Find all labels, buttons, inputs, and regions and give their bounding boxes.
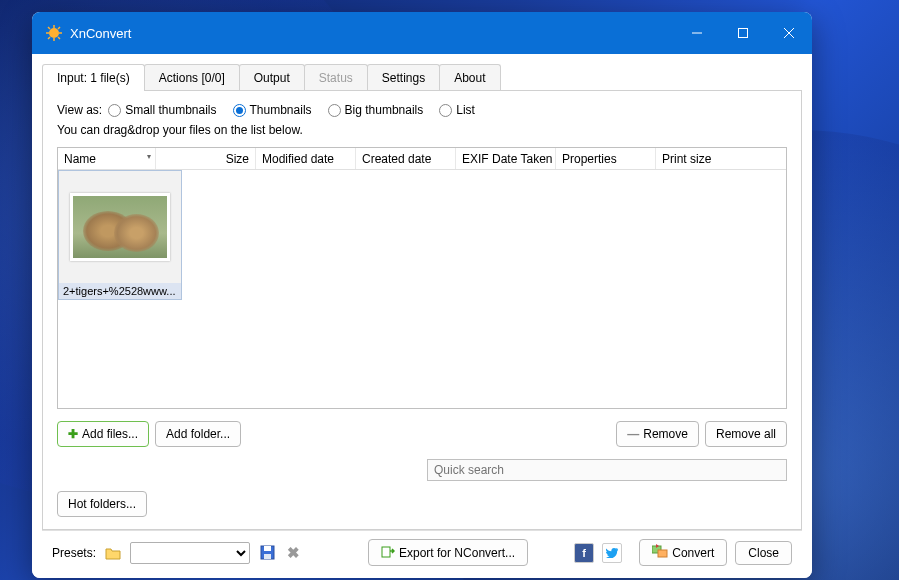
- view-as-row: View as: Small thumbnails Thumbnails Big…: [57, 103, 787, 117]
- col-created[interactable]: Created date: [356, 148, 456, 169]
- bottom-bar: Presets: ✖ Export for NConvert... f: [42, 530, 802, 574]
- hot-folders-button[interactable]: Hot folders...: [57, 491, 147, 517]
- thumbnail-caption: 2+tigers+%2528www...: [59, 283, 181, 299]
- svg-rect-16: [382, 547, 390, 557]
- close-window-button[interactable]: [766, 12, 812, 54]
- twitter-icon[interactable]: [602, 543, 622, 563]
- col-modified[interactable]: Modified date: [256, 148, 356, 169]
- tab-body: View as: Small thumbnails Thumbnails Big…: [42, 90, 802, 530]
- add-files-button[interactable]: ✚ Add files...: [57, 421, 149, 447]
- app-window: XnConvert Input: 1 file(s) Actions [0/0]…: [32, 12, 812, 578]
- file-thumbnail[interactable]: 2+tigers+%2528www...: [58, 170, 182, 300]
- convert-icon: [652, 544, 668, 561]
- preset-select[interactable]: [130, 542, 250, 564]
- svg-rect-18: [658, 550, 667, 557]
- search-row: [57, 459, 787, 481]
- col-exif[interactable]: EXIF Date Taken: [456, 148, 556, 169]
- drag-drop-hint: You can drag&drop your files on the list…: [57, 123, 787, 137]
- minus-icon: —: [627, 427, 639, 441]
- svg-line-6: [58, 37, 60, 39]
- tab-actions[interactable]: Actions [0/0]: [144, 64, 240, 91]
- radio-list[interactable]: List: [439, 103, 475, 117]
- sort-chevron-icon: ▾: [147, 152, 151, 161]
- column-headers: Name▾ Size Modified date Created date EX…: [58, 148, 786, 170]
- add-folder-button[interactable]: Add folder...: [155, 421, 241, 447]
- svg-rect-14: [264, 546, 271, 551]
- view-as-label: View as:: [57, 103, 102, 117]
- delete-preset-icon[interactable]: ✖: [284, 544, 302, 562]
- svg-line-5: [48, 27, 50, 29]
- facebook-icon[interactable]: f: [574, 543, 594, 563]
- presets-label: Presets:: [52, 546, 96, 560]
- svg-rect-10: [739, 29, 748, 38]
- open-preset-icon[interactable]: [104, 544, 122, 562]
- svg-line-8: [58, 27, 60, 29]
- file-buttons-row: ✚ Add files... Add folder... — Remove Re…: [57, 421, 787, 447]
- radio-thumbnails[interactable]: Thumbnails: [233, 103, 312, 117]
- minimize-button[interactable]: [674, 12, 720, 54]
- col-size[interactable]: Size: [156, 148, 256, 169]
- tab-bar: Input: 1 file(s) Actions [0/0] Output St…: [42, 64, 802, 91]
- maximize-button[interactable]: [720, 12, 766, 54]
- tab-status[interactable]: Status: [304, 64, 368, 91]
- svg-line-7: [48, 37, 50, 39]
- plus-icon: ✚: [68, 427, 78, 441]
- save-preset-icon[interactable]: [258, 544, 276, 562]
- app-icon: [46, 25, 62, 41]
- file-list[interactable]: Name▾ Size Modified date Created date EX…: [57, 147, 787, 409]
- tab-about[interactable]: About: [439, 64, 500, 91]
- col-properties[interactable]: Properties: [556, 148, 656, 169]
- search-input[interactable]: [427, 459, 787, 481]
- thumbnail-frame: [59, 171, 181, 283]
- radio-big-thumbnails[interactable]: Big thumbnails: [328, 103, 424, 117]
- col-name[interactable]: Name▾: [58, 148, 156, 169]
- svg-rect-15: [264, 554, 271, 559]
- tab-input[interactable]: Input: 1 file(s): [42, 64, 145, 91]
- thumbnail-image: [70, 193, 170, 261]
- convert-button[interactable]: Convert: [639, 539, 727, 566]
- content-area: Input: 1 file(s) Actions [0/0] Output St…: [32, 54, 812, 578]
- export-icon: [381, 544, 395, 561]
- radio-small-thumbnails[interactable]: Small thumbnails: [108, 103, 216, 117]
- col-printsize[interactable]: Print size: [656, 148, 786, 169]
- svg-point-0: [49, 28, 59, 38]
- remove-all-button[interactable]: Remove all: [705, 421, 787, 447]
- export-nconvert-button[interactable]: Export for NConvert...: [368, 539, 528, 566]
- thumbnail-zone[interactable]: 2+tigers+%2528www...: [58, 170, 786, 408]
- tab-output[interactable]: Output: [239, 64, 305, 91]
- remove-button[interactable]: — Remove: [616, 421, 699, 447]
- titlebar[interactable]: XnConvert: [32, 12, 812, 54]
- window-title: XnConvert: [70, 26, 131, 41]
- tab-settings[interactable]: Settings: [367, 64, 440, 91]
- close-button[interactable]: Close: [735, 541, 792, 565]
